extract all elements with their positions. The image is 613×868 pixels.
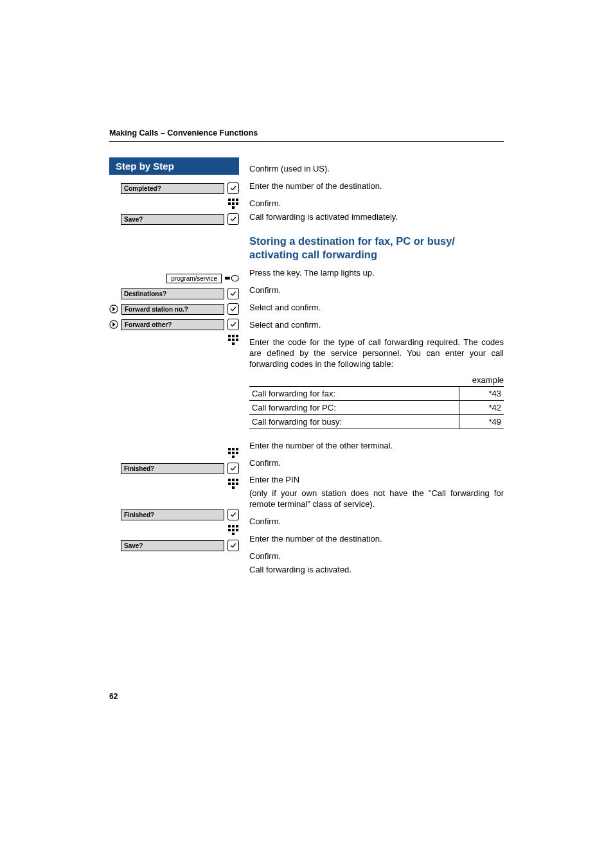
check-icon (227, 319, 239, 330)
keypad-icon (227, 334, 239, 346)
step-header: Step by Step (109, 157, 239, 175)
pill-finished: Finished? (121, 463, 224, 474)
svg-rect-31 (232, 486, 235, 489)
text-fwd-activated: Call forwarding is activated. (249, 565, 504, 576)
pill-finished: Finished? (121, 509, 224, 520)
lamp-icon (225, 274, 239, 283)
svg-rect-3 (228, 202, 231, 205)
text-confirm-us: Confirm (used in US). (249, 164, 504, 175)
text-enter-other: Enter the number of the other terminal. (249, 441, 504, 452)
step-column: Step by Step Completed? Save? (109, 157, 239, 578)
check-icon (227, 463, 239, 474)
svg-rect-27 (236, 479, 238, 481)
table-row: Call forwarding for busy: *49 (249, 414, 504, 429)
keypad-icon (227, 198, 239, 209)
svg-point-8 (231, 275, 238, 281)
text-enter-code: Enter the code for the type of call forw… (249, 337, 504, 370)
text-fwd-activated-imm: Call forwarding is activated immediately… (249, 212, 504, 223)
svg-rect-0 (228, 199, 231, 201)
check-icon (227, 182, 239, 194)
table-cell-label: Call forwarding for busy: (249, 414, 459, 429)
pill-save: Save? (121, 214, 224, 225)
pill-program-service: program/service (166, 274, 222, 283)
text-confirm: Confirm. (249, 199, 504, 209)
svg-rect-28 (228, 483, 231, 485)
svg-rect-38 (232, 533, 235, 535)
keypad-icon (227, 478, 239, 490)
text-select-confirm: Select and confirm. (249, 303, 504, 314)
pill-forward-station: Forward station no.? (121, 304, 224, 315)
svg-rect-32 (228, 525, 231, 527)
svg-rect-23 (236, 452, 238, 454)
svg-rect-35 (228, 529, 231, 531)
svg-rect-17 (232, 342, 235, 345)
pill-destinations: Destinations? (121, 288, 224, 299)
svg-rect-30 (236, 483, 238, 485)
svg-rect-29 (232, 483, 235, 485)
check-icon (227, 213, 239, 225)
check-icon (227, 303, 239, 315)
example-label: example (249, 375, 504, 385)
text-confirm: Confirm. (249, 517, 504, 527)
svg-rect-6 (232, 206, 235, 209)
arrow-right-icon (109, 305, 118, 314)
svg-rect-24 (232, 456, 235, 458)
check-icon (227, 540, 239, 551)
svg-rect-5 (236, 202, 238, 205)
table-cell-label: Call forwarding for PC: (249, 400, 459, 414)
svg-rect-18 (228, 448, 231, 450)
text-enter-dest: Enter the number of the destination. (249, 181, 504, 192)
table-cell-code: *42 (459, 400, 504, 414)
arrow-right-icon (109, 320, 118, 329)
text-enter-dest: Enter the number of the destination. (249, 534, 504, 545)
content-column: Confirm (used in US). Enter the number o… (249, 157, 504, 578)
svg-rect-16 (236, 339, 238, 341)
svg-rect-26 (232, 479, 235, 481)
svg-rect-20 (236, 448, 238, 450)
forwarding-codes-table: Call forwarding for fax: *43 Call forwar… (249, 386, 504, 429)
pill-completed: Completed? (121, 183, 224, 194)
text-confirm: Confirm. (249, 285, 504, 296)
running-head: Making Calls – Convenience Functions (109, 128, 504, 137)
table-row: Call forwarding for fax: *43 (249, 386, 504, 400)
check-icon (227, 509, 239, 520)
svg-rect-22 (232, 452, 235, 454)
text-enter-pin: Enter the PIN (249, 475, 504, 486)
text-confirm: Confirm. (249, 458, 504, 469)
svg-rect-13 (236, 335, 238, 337)
table-row: Call forwarding for PC: *42 (249, 400, 504, 414)
svg-rect-1 (232, 199, 235, 201)
table-cell-code: *43 (459, 386, 504, 400)
svg-rect-11 (228, 335, 231, 337)
svg-rect-12 (232, 335, 235, 337)
page-number: 62 (109, 692, 118, 701)
section-title: Storing a destination for fax, PC or bus… (249, 235, 504, 262)
svg-rect-33 (232, 525, 235, 527)
text-enter-pin-note: (only if your own station does not have … (249, 488, 504, 510)
svg-rect-19 (232, 448, 235, 450)
svg-rect-34 (236, 525, 238, 527)
table-cell-label: Call forwarding for fax: (249, 386, 459, 400)
check-icon (227, 288, 239, 299)
svg-rect-21 (228, 452, 231, 454)
svg-rect-14 (228, 339, 231, 341)
text-select-confirm: Select and confirm. (249, 320, 504, 331)
svg-rect-15 (232, 339, 235, 341)
text-confirm: Confirm. (249, 551, 504, 562)
pill-forward-other: Forward other? (121, 319, 224, 330)
svg-rect-37 (236, 529, 238, 531)
pill-save: Save? (121, 540, 224, 551)
keypad-icon (227, 524, 239, 536)
text-press-key: Press the key. The lamp lights up. (249, 268, 504, 279)
table-cell-code: *49 (459, 414, 504, 429)
header-rule (109, 141, 504, 142)
svg-rect-25 (228, 479, 231, 481)
svg-rect-2 (236, 199, 238, 201)
svg-rect-4 (232, 202, 235, 205)
svg-rect-36 (232, 529, 235, 531)
keypad-icon (227, 447, 239, 459)
svg-rect-7 (225, 277, 230, 280)
